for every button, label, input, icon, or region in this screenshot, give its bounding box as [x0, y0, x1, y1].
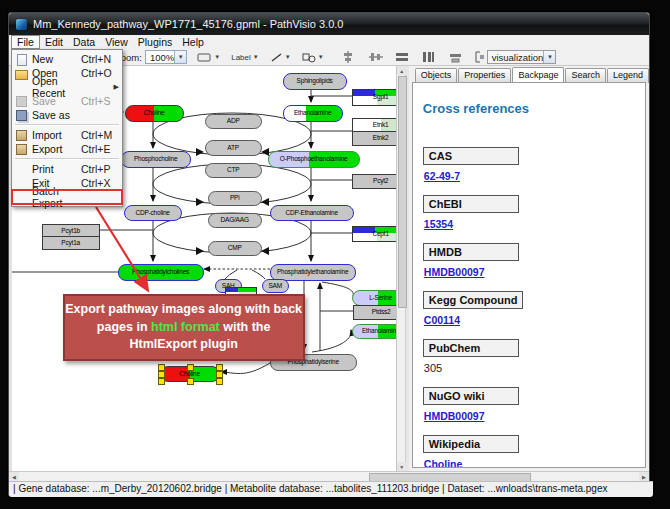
file-menu-item-import[interactable]: ImportCtrl+M — [12, 128, 122, 142]
menu-data[interactable]: Data — [68, 36, 100, 49]
align-center-vertical-button[interactable] — [368, 51, 384, 64]
node-ethanolamine-bottom[interactable]: Ethanolamine — [352, 324, 397, 339]
align-center-horizontal-button[interactable] — [341, 51, 356, 64]
xref-link[interactable]: HMDB00097 — [424, 410, 485, 422]
chevron-down-icon[interactable]: ▼ — [253, 54, 259, 60]
xref-link[interactable]: C00114 — [424, 314, 460, 326]
chevron-down-icon[interactable]: ▼ — [174, 51, 186, 63]
chevron-down-icon[interactable]: ▼ — [285, 54, 291, 60]
xref-link[interactable]: 62-49-7 — [424, 170, 460, 182]
selection-handle[interactable] — [158, 378, 165, 385]
menu-help[interactable]: Help — [177, 36, 209, 49]
menu-file[interactable]: File — [11, 35, 40, 49]
vertical-scroll-thumb[interactable] — [398, 76, 407, 308]
node-cmp[interactable]: CMP — [208, 241, 262, 256]
distribute-vertical-button[interactable] — [420, 51, 436, 64]
node-ctp[interactable]: CTP — [205, 163, 262, 178]
line-tool-button[interactable]: ▼ — [269, 51, 292, 64]
menu-separator — [15, 158, 119, 160]
node-etnk2[interactable]: Etnk2 — [352, 131, 397, 146]
node-label: ATP — [227, 145, 239, 152]
xref-value: 305 — [424, 362, 635, 374]
node-label: Pcyt1b — [61, 228, 80, 235]
tab-backpage[interactable]: Backpage — [512, 67, 564, 82]
node-cdp-choline[interactable]: CDP-choline — [124, 205, 182, 221]
xref-link[interactable]: Choline — [424, 458, 463, 468]
selection-handle[interactable] — [158, 364, 165, 371]
chevron-down-icon[interactable]: ▼ — [214, 54, 220, 60]
xref-source-title: PubChem — [423, 339, 519, 357]
node-label: CDP-Ethanolamine — [285, 210, 337, 217]
node-o-phosphoethanolamine[interactable]: O-Phosphoethanolamine — [268, 151, 360, 168]
chevron-down-icon[interactable]: ▼ — [318, 54, 324, 60]
node-cdp-ethanolamine[interactable]: CDP-Ethanolamine — [270, 205, 354, 221]
xref-link[interactable]: HMDB00097 — [424, 266, 485, 278]
node-choline-top[interactable]: Choline — [125, 105, 184, 122]
scroll-left-icon[interactable]: ◀ — [9, 472, 19, 481]
file-menu-item-open-recent[interactable]: Open Recent▶ — [12, 80, 122, 94]
node-phosphatidylcholines[interactable]: Phosphatidylcholines — [118, 264, 204, 281]
menu-plugins[interactable]: Plugins — [133, 36, 177, 49]
node-label: Sphingolipids — [297, 78, 333, 85]
label-tool-button[interactable]: Label ▼ — [230, 51, 260, 64]
node-label: Phosphocholine — [134, 156, 177, 163]
tab-properties[interactable]: Properties — [458, 68, 511, 83]
node-atp[interactable]: ATP — [205, 140, 262, 156]
xref-link[interactable]: 15354 — [424, 218, 453, 230]
node-pcyt2[interactable]: Pcyt2 — [352, 174, 397, 189]
node-label: Phosphatidylcholines — [132, 269, 189, 276]
distribute-horizontal-button[interactable] — [394, 51, 410, 64]
zoom-combobox[interactable]: 100% ▼ — [145, 50, 187, 64]
datanode-icon — [197, 52, 212, 62]
scroll-down-icon[interactable]: ▼ — [397, 462, 406, 471]
file-menu: NewCtrl+NOpenCtrl+OOpen Recent▶SaveCtrl+… — [11, 49, 123, 207]
file-menu-item-print[interactable]: PrintCtrl+P — [12, 162, 122, 176]
zoom-value: 100% — [150, 52, 174, 63]
node-cept1[interactable]: Cept1 — [352, 226, 397, 242]
file-menu-item-new[interactable]: NewCtrl+N — [12, 52, 122, 66]
shape-tool-button[interactable]: ▼ — [301, 51, 325, 64]
node-dag-aag[interactable]: DAG/AAG — [208, 213, 262, 228]
save-icon — [16, 96, 27, 107]
selection-handle[interactable] — [158, 371, 165, 378]
file-menu-item-export[interactable]: ExportCtrl+E — [12, 142, 122, 156]
selection-handle[interactable] — [187, 378, 194, 385]
node-choline-bottom[interactable]: Choline — [160, 366, 220, 382]
selection-handle[interactable] — [216, 364, 223, 371]
common-width-button[interactable] — [448, 51, 463, 64]
selection-handle[interactable] — [216, 371, 223, 378]
chevron-down-icon[interactable]: ▼ — [543, 51, 555, 63]
node-ethanolamine-top[interactable]: Ethanolamine — [283, 105, 343, 122]
node-pcyt1a[interactable]: Pcyt1a — [42, 236, 100, 250]
menu-view[interactable]: View — [100, 36, 133, 49]
tab-search[interactable]: Search — [565, 68, 606, 83]
node-l-serine[interactable]: L-Serine — [352, 290, 397, 306]
scroll-right-icon[interactable]: ▶ — [639, 472, 649, 481]
node-phosphocholine[interactable]: Phosphocholine — [121, 151, 191, 168]
datanode-tool-button[interactable]: ▼ — [196, 51, 221, 64]
tab-legend[interactable]: Legend — [607, 68, 649, 83]
selection-handle[interactable] — [187, 364, 194, 371]
menu-item-shortcut: Ctrl+M — [81, 129, 119, 141]
selection-handle[interactable] — [216, 378, 223, 385]
node-sphingolipids[interactable]: Sphingolipids — [283, 73, 347, 90]
xref-section-wikipedia: WikipediaCholine — [423, 434, 635, 468]
file-menu-item-save-as[interactable]: Save as — [12, 108, 122, 122]
node-label: Cept1 — [372, 231, 388, 238]
menu-edit[interactable]: Edit — [40, 36, 68, 49]
node-ptdss2[interactable]: Ptdss2 — [353, 305, 397, 320]
node-label: SAM — [268, 283, 282, 290]
tab-objects[interactable]: Objects — [415, 68, 458, 83]
visualization-combobox[interactable]: visualization ▼ — [487, 50, 557, 64]
menu-bar: FileEditDataViewPluginsHelp — [9, 35, 649, 49]
callout-line2-highlight: html format — [151, 320, 220, 334]
node-adp[interactable]: ADP — [205, 114, 262, 129]
file-menu-item-batch-export[interactable]: Batch Export — [12, 190, 122, 204]
canvas-vertical-scrollbar[interactable]: ▲ ▼ — [396, 66, 405, 471]
scroll-up-icon[interactable]: ▲ — [397, 66, 406, 75]
xref-section-hmdb: HMDBHMDB00097 — [423, 242, 635, 278]
common-height-button[interactable] — [473, 51, 487, 64]
node-sgpl1[interactable]: Sgpl1 — [352, 89, 397, 106]
node-sam[interactable]: SAM — [262, 279, 289, 293]
node-ppi[interactable]: PPi — [208, 191, 262, 206]
